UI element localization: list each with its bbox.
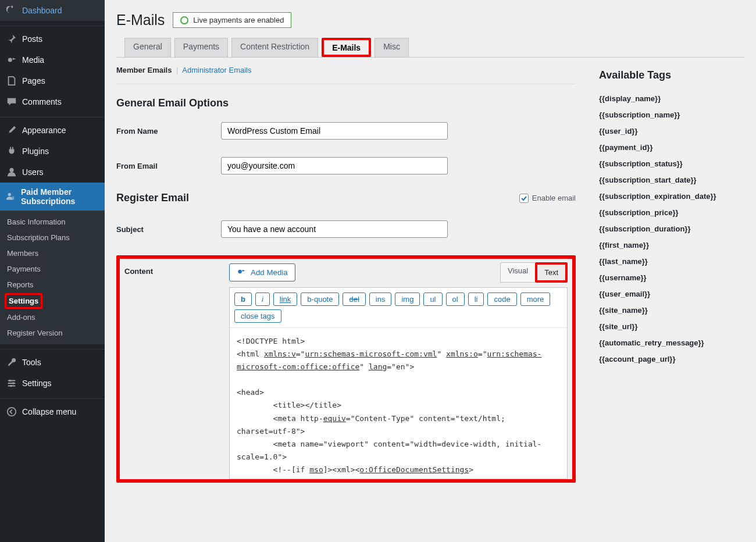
admin-sidebar: Dashboard Posts Media Pages Comments App… (0, 0, 105, 542)
pin-icon (6, 33, 17, 45)
main-content: E-Mails Live payments are enabled Genera… (105, 0, 756, 542)
svg-point-8 (238, 270, 241, 273)
editor-bold-button[interactable]: b (234, 293, 252, 306)
sidebar-item-media[interactable]: Media (0, 49, 105, 70)
sidebar-item-comments[interactable]: Comments (0, 91, 105, 112)
sub-basic-info[interactable]: Basic Information (0, 214, 105, 230)
editor-code-button[interactable]: code (487, 293, 516, 306)
editor-img-button[interactable]: img (395, 293, 420, 306)
tab-general[interactable]: General (124, 38, 171, 57)
sub-payments[interactable]: Payments (0, 261, 105, 277)
svg-point-6 (10, 385, 12, 387)
editor-shell: b i link b-quote del ins img ul ol li (229, 287, 568, 479)
user-icon (6, 166, 17, 178)
svg-point-7 (8, 408, 16, 416)
pms-icon: $ (6, 191, 16, 202)
svg-text:$: $ (12, 195, 15, 201)
tag-item[interactable]: {{user_id}} (599, 127, 744, 136)
from-name-input[interactable] (221, 122, 448, 140)
sidebar-item-pages[interactable]: Pages (0, 70, 105, 91)
svg-point-5 (12, 382, 15, 384)
live-payments-badge: Live payments are enabled (173, 12, 291, 28)
from-name-label: From Name (116, 122, 221, 136)
media-icon (6, 54, 17, 66)
tag-item[interactable]: {{site_name}} (599, 306, 744, 315)
tab-misc[interactable]: Misc (375, 38, 409, 57)
tag-item[interactable]: {{last_name}} (599, 257, 744, 266)
editor-close-tags-button[interactable]: close tags (234, 309, 281, 323)
editor-li-button[interactable]: li (468, 293, 484, 306)
subnav-admin-emails[interactable]: Administrator Emails (182, 66, 251, 74)
tag-item[interactable]: {{subscription_status}} (599, 159, 744, 168)
page-icon (6, 75, 17, 87)
checkbox-icon (519, 194, 529, 203)
tag-item[interactable]: {{subscription_expiration_date}} (599, 192, 744, 201)
dashboard-icon (6, 5, 17, 16)
editor-italic-button[interactable]: i (255, 293, 270, 306)
wrench-icon (6, 356, 17, 368)
editor-del-button[interactable]: del (343, 293, 365, 306)
tag-item[interactable]: {{automatic_retry_message}} (599, 338, 744, 347)
status-circle-icon (180, 16, 188, 24)
tab-emails[interactable]: E-Mails (324, 40, 369, 55)
settings-tabs: General Payments Content Restriction E-M… (116, 38, 744, 58)
editor-ol-button[interactable]: ol (446, 293, 465, 306)
tag-item[interactable]: {{payment_id}} (599, 143, 744, 152)
plug-icon (6, 145, 17, 157)
pms-submenu: Basic Information Subscription Plans Mem… (0, 211, 105, 344)
editor-link-button[interactable]: link (273, 293, 298, 306)
sidebar-item-users[interactable]: Users (0, 162, 105, 183)
tag-item[interactable]: {{account_page_url}} (599, 355, 744, 363)
sidebar-item-plugins[interactable]: Plugins (0, 141, 105, 162)
tag-item[interactable]: {{username}} (599, 273, 744, 282)
add-media-button[interactable]: Add Media (229, 263, 295, 281)
editor-bquote-button[interactable]: b-quote (301, 293, 339, 306)
subject-label: Subject (116, 220, 221, 234)
email-subnav: Member Emails | Administrator Emails (116, 58, 576, 84)
general-email-options-heading: General Email Options (116, 97, 576, 109)
page-title: E-Mails (116, 12, 165, 28)
tag-item[interactable]: {{display_name}} (599, 94, 744, 103)
sidebar-item-appearance[interactable]: Appearance (0, 120, 105, 141)
svg-point-1 (9, 168, 13, 172)
editor-tab-text[interactable]: Text (537, 265, 565, 280)
tag-item[interactable]: {{subscription_name}} (599, 110, 744, 119)
tab-payments[interactable]: Payments (174, 38, 228, 57)
editor-more-button[interactable]: more (520, 293, 551, 306)
available-tags-list: {{display_name}}{{subscription_name}}{{u… (599, 94, 744, 363)
tag-item[interactable]: {{user_email}} (599, 290, 744, 298)
tag-item[interactable]: {{subscription_price}} (599, 208, 744, 217)
media-icon (237, 267, 246, 278)
tag-item[interactable]: {{first_name}} (599, 241, 744, 249)
sub-subscription-plans[interactable]: Subscription Plans (0, 230, 105, 245)
subject-input[interactable] (221, 220, 448, 238)
sub-register-version[interactable]: Register Version (0, 325, 105, 341)
enable-email-check[interactable]: Enable email (519, 194, 576, 203)
tag-item[interactable]: {{subscription_start_date}} (599, 176, 744, 184)
editor-tab-text-highlight: Text (535, 262, 568, 283)
editor-ul-button[interactable]: ul (423, 293, 442, 306)
sub-settings[interactable]: Settings (5, 293, 42, 309)
from-email-input[interactable] (221, 157, 448, 174)
sidebar-item-settings[interactable]: Settings (0, 373, 105, 394)
sidebar-item-posts[interactable]: Posts (0, 28, 105, 49)
svg-point-4 (9, 380, 12, 382)
subnav-member-emails[interactable]: Member Emails (116, 66, 172, 74)
sub-members[interactable]: Members (0, 245, 105, 261)
sub-reports[interactable]: Reports (0, 277, 105, 293)
collapse-icon (6, 406, 17, 418)
svg-point-2 (8, 193, 11, 196)
content-textarea[interactable]: <!DOCTYPE html><html xmlns:v="urn:schema… (230, 327, 567, 479)
sidebar-item-dashboard[interactable]: Dashboard (0, 0, 105, 21)
sidebar-item-tools[interactable]: Tools (0, 352, 105, 373)
editor-toolbar: b i link b-quote del ins img ul ol li (230, 288, 567, 327)
sidebar-item-collapse[interactable]: Collapse menu (0, 401, 105, 422)
tab-emails-highlight: E-Mails (322, 38, 371, 57)
editor-tab-visual[interactable]: Visual (500, 262, 535, 283)
tag-item[interactable]: {{site_url}} (599, 322, 744, 331)
tag-item[interactable]: {{subscription_duration}} (599, 224, 744, 233)
sidebar-item-pms[interactable]: $ Paid Member Subscriptions (0, 183, 105, 211)
sub-addons[interactable]: Add-ons (0, 309, 105, 325)
editor-ins-button[interactable]: ins (369, 293, 392, 306)
tab-content-restriction[interactable]: Content Restriction (231, 38, 318, 57)
